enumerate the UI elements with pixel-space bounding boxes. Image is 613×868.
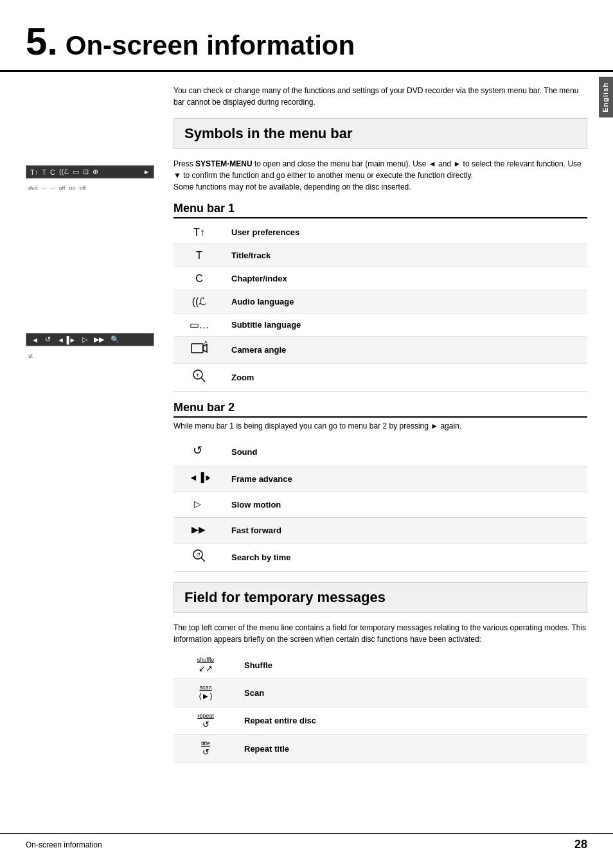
svg-rect-0: [191, 344, 203, 353]
temp-messages-table: shuffle ↙↗ Shuffle scan ⟨►⟩ Scan: [173, 651, 587, 763]
table-row: shuffle ↙↗ Shuffle: [173, 651, 587, 679]
menubar1-image: T↑ T C ((ℒ ▭ ⊡ ⊕ ►: [26, 165, 154, 179]
symbol-cell: ↺: [173, 438, 225, 466]
fast-forward-icon: ▶▶: [191, 522, 207, 535]
svg-text:▷: ▷: [194, 499, 201, 509]
label-cell: Audio language: [225, 290, 587, 314]
table-row: ((ℒ Audio language: [173, 290, 587, 314]
symbol-cell: ◄▐►: [173, 466, 225, 492]
symbol-cell: +: [173, 364, 225, 392]
sound-icon: ↺: [191, 443, 207, 458]
table-row: ↗ Camera angle: [173, 337, 587, 364]
left-column: T↑ T C ((ℒ ▭ ⊡ ⊕ ► dvd ··· ··· off no of…: [26, 85, 173, 763]
symbol-cell: scan ⟨►⟩: [173, 679, 238, 707]
menu-bar-2-table: ↺ Sound ◄▐► Frame advance ▷: [173, 438, 587, 572]
table-row: ◄▐► Frame advance: [173, 466, 587, 492]
svg-line-4: [201, 378, 205, 382]
symbol-cell: C: [173, 267, 225, 290]
label-cell: Subtitle language: [225, 314, 587, 337]
label-cell: Frame advance: [225, 466, 587, 492]
intro-text: You can check or change many of the func…: [173, 85, 587, 108]
svg-text:▶▶: ▶▶: [191, 524, 206, 535]
symbols-heading: Symbols in the menu bar: [184, 125, 576, 142]
chapter-title: 5. On-screen information: [26, 19, 587, 64]
menu-bar-2-heading: Menu bar 2: [173, 401, 587, 418]
chapter-header: 5. On-screen information: [0, 0, 613, 72]
scan-icon: scan ⟨►⟩: [180, 684, 231, 701]
main-content: T↑ T C ((ℒ ▭ ⊡ ⊕ ► dvd ··· ··· off no of…: [0, 85, 613, 763]
symbols-press-text: Press SYSTEM-MENU to open and close the …: [173, 158, 587, 193]
svg-line-11: [201, 558, 205, 562]
right-column: You can check or change many of the func…: [173, 85, 613, 763]
repeat-entire-disc-icon: repeat ↺: [180, 713, 231, 729]
label-cell: Zoom: [225, 364, 587, 392]
menu-bar-2-desc: While menu bar 1 is being displayed you …: [173, 420, 587, 432]
table-row: ▶▶ Fast forward: [173, 518, 587, 544]
label-cell: Repeat title: [238, 735, 587, 763]
table-row: ▭… Subtitle language: [173, 314, 587, 337]
svg-text:◄▐►: ◄▐►: [189, 472, 209, 484]
symbol-cell: ▷: [173, 492, 225, 518]
symbol-cell: title ↺: [173, 735, 238, 763]
frame-advance-icon: ◄▐►: [189, 471, 209, 484]
menubar2-labels: st: [28, 353, 161, 359]
label-cell: Camera angle: [225, 337, 587, 364]
page-number: 28: [574, 838, 587, 851]
slow-motion-icon: ▷: [193, 497, 206, 509]
field-section-header: Field for temporary messages: [173, 582, 587, 613]
symbol-cell: T: [173, 244, 225, 267]
symbols-section-header: Symbols in the menu bar: [173, 118, 587, 149]
table-row: C Chapter/index: [173, 267, 587, 290]
label-cell: Sound: [225, 438, 587, 466]
language-tab: English: [599, 77, 613, 118]
field-section: Field for temporary messages The top lef…: [173, 582, 587, 763]
zoom-icon: +: [191, 368, 207, 384]
page-footer: On-screen information 28: [0, 833, 613, 855]
symbol-cell: ▭…: [173, 314, 225, 337]
label-cell: Chapter/index: [225, 267, 587, 290]
table-row: ▷ Slow motion: [173, 492, 587, 518]
field-desc: The top left corner of the menu line con…: [173, 622, 587, 645]
table-row: ↺ Sound: [173, 438, 587, 466]
label-cell: Slow motion: [225, 492, 587, 518]
symbol-cell: ↗: [173, 337, 225, 364]
symbol-cell: ⏱: [173, 544, 225, 572]
table-row: scan ⟨►⟩ Scan: [173, 679, 587, 707]
symbol-cell: shuffle ↙↗: [173, 651, 238, 679]
symbol-cell: ▶▶: [173, 518, 225, 544]
camera-angle-icon: ↗: [190, 341, 208, 355]
symbol-cell: T↑: [173, 221, 225, 244]
table-row: + Zoom: [173, 364, 587, 392]
footer-section-label: On-screen information: [26, 840, 102, 849]
search-by-time-icon: ⏱: [191, 548, 207, 563]
table-row: repeat ↺ Repeat entire disc: [173, 707, 587, 734]
label-cell: Search by time: [225, 544, 587, 572]
svg-text:↗: ↗: [203, 341, 208, 346]
svg-text:⏱: ⏱: [196, 553, 200, 557]
table-row: T↑ User preferences: [173, 221, 587, 244]
svg-text:↺: ↺: [193, 444, 202, 457]
table-row: T Title/track: [173, 244, 587, 267]
menu-bar-1-heading: Menu bar 1: [173, 202, 587, 218]
label-cell: Title/track: [225, 244, 587, 267]
field-heading: Field for temporary messages: [184, 589, 576, 606]
label-cell: Scan: [238, 679, 587, 707]
svg-text:+: +: [196, 372, 199, 378]
shuffle-icon: shuffle ↙↗: [180, 657, 231, 673]
menu-bar-1-table: T↑ User preferences T Title/track C Chap…: [173, 221, 587, 392]
table-row: title ↺ Repeat title: [173, 735, 587, 763]
symbol-cell: ((ℒ: [173, 290, 225, 314]
menubar2-image: ◄ ↺ ◄▐► ▷ ▶▶ 🔍: [26, 333, 154, 346]
label-cell: Shuffle: [238, 651, 587, 679]
label-cell: Repeat entire disc: [238, 707, 587, 734]
symbol-cell: repeat ↺: [173, 707, 238, 734]
repeat-title-icon: title ↺: [180, 740, 231, 757]
table-row: ⏱ Search by time: [173, 544, 587, 572]
menubar1-labels: dvd ··· ··· off no off: [28, 185, 161, 191]
label-cell: Fast forward: [225, 518, 587, 544]
label-cell: User preferences: [225, 221, 587, 244]
